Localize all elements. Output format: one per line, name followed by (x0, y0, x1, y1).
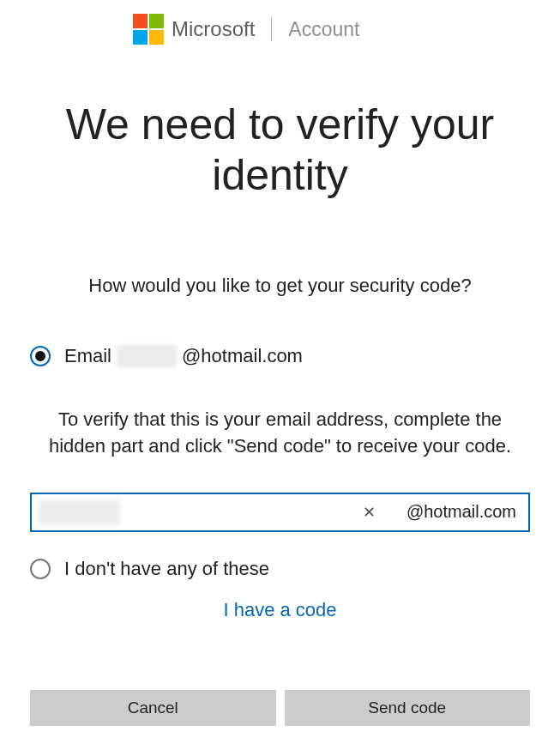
instruction-text: To verify that this is your email addres… (30, 407, 530, 460)
radio-email-label: Email @hotmail.com (64, 345, 303, 367)
header-divider (271, 17, 272, 41)
brand-label: Microsoft (172, 17, 255, 41)
redacted-input-value (39, 499, 120, 525)
have-code-link[interactable]: I have a code (30, 599, 530, 621)
email-prefix: Email (64, 345, 111, 367)
email-domain: @hotmail.com (182, 345, 303, 367)
header: Microsoft Account (30, 0, 530, 45)
prompt-subtitle: How would you like to get your security … (30, 275, 530, 297)
send-code-button[interactable]: Send code (285, 690, 531, 726)
email-verify-input-row[interactable]: ✕ @hotmail.com (30, 493, 530, 532)
cancel-button[interactable]: Cancel (30, 690, 276, 726)
radio-email[interactable] (30, 346, 51, 366)
email-local-input[interactable] (120, 494, 358, 530)
radio-none[interactable] (30, 559, 51, 579)
radio-none-label: I don't have any of these (64, 558, 269, 580)
button-row: Cancel Send code (30, 690, 530, 726)
clear-icon[interactable]: ✕ (358, 503, 381, 522)
section-label: Account (288, 18, 359, 41)
option-email-row[interactable]: Email @hotmail.com (30, 345, 530, 367)
page-title: We need to verify your identity (30, 100, 530, 201)
redacted-email-local (117, 345, 177, 367)
microsoft-logo-icon (133, 14, 164, 45)
email-suffix: @hotmail.com (381, 502, 528, 522)
option-none-row[interactable]: I don't have any of these (30, 558, 530, 580)
